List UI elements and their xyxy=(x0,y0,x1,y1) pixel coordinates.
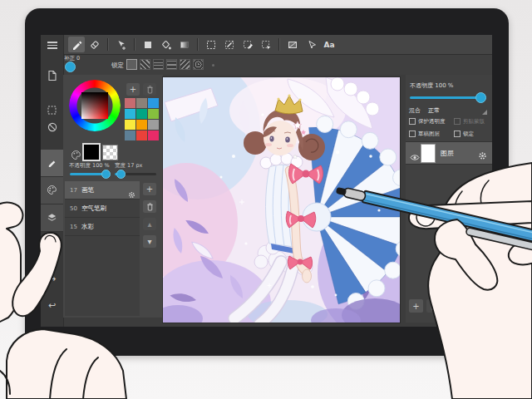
layer-opacity-track[interactable] xyxy=(410,96,483,99)
tone-pattern-halftone[interactable] xyxy=(193,59,204,70)
magic-wand-button[interactable] xyxy=(221,37,238,52)
select-rect-button[interactable] xyxy=(203,37,219,52)
brush-up-button[interactable]: ▴ xyxy=(143,218,156,230)
color-brush-panel: + xyxy=(63,75,163,318)
pen-tool-button[interactable] xyxy=(68,37,85,52)
width-label: 宽度 17 px xyxy=(115,162,142,170)
palette-icon xyxy=(71,150,81,160)
add-layer-button[interactable]: + xyxy=(409,299,423,313)
layer-visibility-eye-icon[interactable] xyxy=(410,149,420,165)
transparent-color-chip[interactable] xyxy=(102,145,118,160)
blend-dropdown-triangle[interactable] xyxy=(482,110,487,115)
delete-swatch-button[interactable] xyxy=(143,83,156,96)
main-toolbar: Aa xyxy=(63,35,492,55)
draft-layer-checkbox[interactable]: 草稿图层 xyxy=(409,131,440,138)
square-icon xyxy=(142,39,154,51)
gradient-tool-button[interactable] xyxy=(176,37,193,52)
frame-divide-icon xyxy=(287,39,298,51)
color-swatch[interactable] xyxy=(125,109,135,119)
brush-item[interactable]: 15 水彩 xyxy=(65,218,140,236)
add-swatch-button[interactable]: + xyxy=(126,83,140,96)
checkbox-icon xyxy=(409,118,416,125)
delete-layer-button[interactable] xyxy=(426,299,441,313)
bucket-icon xyxy=(160,39,172,51)
color-swatch[interactable] xyxy=(148,98,159,108)
color-swatch[interactable] xyxy=(125,98,135,108)
palette-icon xyxy=(41,185,63,195)
color-swatch[interactable] xyxy=(125,120,135,130)
color-swatch[interactable] xyxy=(125,131,135,140)
layer-opacity-knob[interactable] xyxy=(475,92,486,103)
magic-wand-icon xyxy=(224,39,235,51)
width-slider-knob[interactable] xyxy=(116,170,126,179)
text-tool-button[interactable]: Aa xyxy=(321,37,337,52)
tone-pattern-none[interactable] xyxy=(126,59,137,70)
select-button[interactable] xyxy=(41,105,63,116)
undo-button[interactable]: ↩ xyxy=(41,301,63,310)
trash-icon xyxy=(146,85,154,94)
selection-icon xyxy=(47,105,57,116)
text-tool-icon: Aa xyxy=(323,41,334,49)
shape-tool-button[interactable] xyxy=(140,37,156,52)
deselect-button[interactable] xyxy=(41,121,63,133)
correction-slider-knob[interactable] xyxy=(65,62,76,72)
opacity-label: 不透明度 100 % xyxy=(69,162,110,170)
brush-item[interactable]: 50 空气笔刷 xyxy=(65,200,140,218)
tone-pattern-crosshatch[interactable] xyxy=(180,59,190,70)
sub-toolbar: 补正 0 锁定 xyxy=(63,55,492,75)
delete-brush-button[interactable] xyxy=(143,200,156,213)
color-panel-tab[interactable] xyxy=(41,177,63,204)
lock-checkbox[interactable]: 锁定 xyxy=(454,131,474,138)
tone-more-dot xyxy=(212,64,214,66)
add-brush-button[interactable]: + xyxy=(143,183,156,195)
opacity-slider-knob[interactable] xyxy=(101,170,111,179)
app-screen: Aa 补正 0 锁定 xyxy=(41,35,492,327)
tablet-device: Aa 补正 0 锁定 xyxy=(25,8,509,356)
tone-pattern-bar xyxy=(126,59,204,70)
color-swatch[interactable] xyxy=(136,98,147,108)
brush-item-selected[interactable]: 17 画笔 xyxy=(65,181,140,200)
operate-pointer-button[interactable] xyxy=(303,37,319,52)
brush-icon xyxy=(41,157,63,168)
saturation-square[interactable] xyxy=(81,92,108,119)
color-swatch[interactable] xyxy=(136,131,147,140)
protect-alpha-checkbox[interactable]: 保护透明度 xyxy=(409,118,446,126)
color-swatch[interactable] xyxy=(136,120,147,130)
color-swatch[interactable] xyxy=(148,131,159,140)
foreground-color-chip[interactable] xyxy=(82,143,101,161)
side-strip: ↪ ↩ xyxy=(41,35,64,327)
canvas[interactable] xyxy=(163,77,400,323)
artwork-illustration xyxy=(163,77,400,323)
brush-size: 50 xyxy=(70,205,81,212)
layer-row[interactable]: 图层 xyxy=(406,141,492,165)
brush-size: 17 xyxy=(70,187,81,194)
fill-bucket-button[interactable] xyxy=(158,37,175,52)
menu-button[interactable] xyxy=(41,42,63,49)
divide-frame-button[interactable] xyxy=(284,37,301,52)
blend-mode-select[interactable]: 正常 xyxy=(428,106,440,115)
tone-pattern-diagonal[interactable] xyxy=(140,59,150,70)
color-swatch[interactable] xyxy=(148,109,159,119)
color-swatch[interactable] xyxy=(136,109,147,119)
clipping-checkbox[interactable]: 剪贴蒙版 xyxy=(454,118,485,126)
redo-button[interactable]: ↪ xyxy=(41,274,63,283)
move-tool-button[interactable] xyxy=(113,37,130,52)
hamburger-icon xyxy=(47,42,57,49)
select-move-button[interactable] xyxy=(258,37,274,52)
undo-icon: ↩ xyxy=(48,301,56,310)
brush-panel-tab[interactable] xyxy=(41,150,63,177)
tone-pattern-lines[interactable] xyxy=(166,59,177,70)
layers-panel-tab[interactable] xyxy=(41,204,63,232)
tone-pattern-grid[interactable] xyxy=(153,59,164,70)
color-swatch[interactable] xyxy=(148,120,159,130)
new-file-button[interactable] xyxy=(41,70,63,81)
toolbar-divider xyxy=(107,38,109,51)
layer-name: 图层 xyxy=(441,149,454,158)
eraser-tool-button[interactable] xyxy=(86,37,103,52)
brush-down-button[interactable]: ▾ xyxy=(143,235,156,248)
checkbox-icon xyxy=(409,131,416,137)
right-finger-bump xyxy=(505,233,532,270)
select-pen-button[interactable] xyxy=(239,37,256,52)
layer-extra-button[interactable] xyxy=(444,299,458,313)
layer-settings-gear-icon[interactable] xyxy=(478,148,487,164)
